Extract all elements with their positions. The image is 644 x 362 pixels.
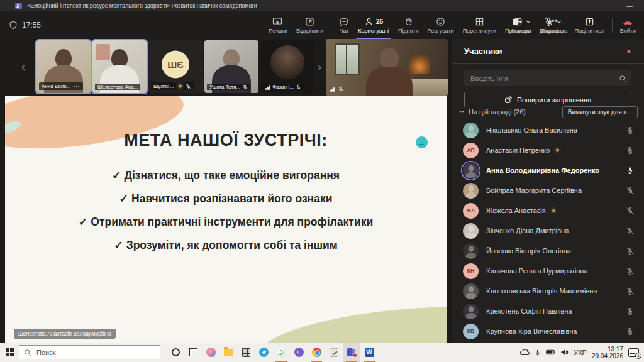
participant-row[interactable]: Йовенко Вікторія Олегівна (452, 241, 644, 261)
camera-icon (512, 18, 523, 26)
taskbar-search-input[interactable] (35, 348, 155, 357)
tray-mic-icon[interactable] (535, 349, 541, 356)
participant-row[interactable]: ЖА Жежела Анастасія (452, 200, 644, 221)
viber-icon[interactable] (290, 343, 308, 362)
photos-app-icon[interactable] (202, 343, 219, 362)
participants-count-badge: 26 (376, 18, 383, 25)
pen-app-icon[interactable] (325, 343, 343, 362)
mic-off-icon (544, 17, 553, 26)
onedrive-cloud-icon[interactable] (519, 349, 530, 356)
participant-row[interactable]: КН Киличова Рената Нурмиратівна (452, 261, 644, 281)
strip-scroll-left-chevron[interactable]: ‹ (21, 60, 25, 74)
close-icon[interactable]: × (623, 45, 635, 58)
mic-on-icon[interactable] (626, 167, 634, 175)
window-minimize-button[interactable]: — (620, 3, 639, 9)
windows-logo-icon (6, 348, 14, 356)
language-indicator[interactable]: УКР (574, 349, 587, 356)
battery-icon[interactable] (546, 349, 555, 355)
slide-bullet: ✓ Дізнатися, що таке емоційне вигорання (75, 169, 377, 182)
raise-hand-button[interactable]: Підняти (394, 11, 423, 39)
signal-icon (265, 85, 270, 90)
toolbar-left: 17:55 (9, 11, 41, 39)
meeting-timer: 17:55 (22, 21, 41, 30)
avatar (463, 123, 479, 138)
taskbar-clock[interactable]: 13:17 29.04.2026 (592, 346, 623, 359)
chat-button[interactable]: Чат (335, 11, 353, 39)
hand-icon (404, 16, 413, 27)
participant-search[interactable] (464, 70, 631, 86)
tile-more-icon[interactable]: ⋯ (74, 83, 80, 90)
background-window (335, 43, 360, 75)
camera-button[interactable]: Камера (507, 11, 535, 39)
video-tile[interactable]: ШЄ Шуляк ... ⋯ (148, 40, 203, 93)
participant-name: Жежела Анастасія (486, 207, 546, 214)
participant-row[interactable]: Бойправ Маргарита Сергіївна (452, 180, 644, 200)
raised-hand-icon (550, 207, 557, 214)
speaker-body (366, 67, 413, 96)
teams-taskbar-icon[interactable] (343, 343, 360, 362)
stage-video-tile[interactable] (326, 39, 448, 96)
people-icon (364, 17, 374, 26)
file-explorer-icon[interactable] (219, 343, 237, 362)
start-share-button[interactable]: Почати (264, 11, 292, 39)
start-button[interactable] (0, 343, 19, 362)
participant-row[interactable]: Клопотовська Вікторія Максимівна (452, 281, 644, 301)
mic-options-chevron[interactable] (557, 20, 562, 23)
mic-off-icon[interactable] (626, 146, 634, 155)
microphone-button[interactable]: Мікрофон (536, 11, 570, 39)
participant-row[interactable]: Зінченко Діана Дмитрівна (452, 221, 644, 241)
participant-row[interactable]: Ніколаєнко Ольга Василівна (452, 120, 644, 140)
telegram-icon[interactable] (255, 343, 272, 362)
participant-name: Анастасія Петренко (486, 146, 550, 154)
leave-button[interactable]: Вийти (616, 11, 640, 39)
participant-name: Бойправ Маргарита Сергіївна (486, 187, 582, 194)
raised-hand-icon (176, 82, 184, 90)
word-icon[interactable]: W (360, 343, 378, 362)
mic-off-icon[interactable] (626, 227, 634, 235)
share-button[interactable]: Поділитися (570, 11, 608, 39)
system-tray: УКР 13:17 29.04.2026 1 (519, 346, 644, 359)
video-tile[interactable]: Ушата Тетя... ⋯ (204, 40, 258, 93)
whatsapp-icon[interactable] (272, 343, 290, 362)
participant-search-input[interactable] (469, 74, 619, 83)
video-tile[interactable]: Анна Воло... ⋯ (36, 40, 91, 93)
mic-off-icon[interactable] (626, 187, 634, 195)
mic-off-icon[interactable] (626, 207, 634, 215)
mic-off-icon[interactable] (626, 287, 634, 295)
participant-row[interactable]: КВ Крупнова Кіра Вячеславівна (452, 321, 644, 341)
slide-title: МЕТА НАШОЇ ЗУСТРІЧІ: (5, 131, 447, 150)
participant-row[interactable]: Крекотень Софія Павлівна (452, 301, 644, 321)
participant-row[interactable]: Анна Володимирівна Федоренко (452, 160, 644, 180)
camera-options-chevron[interactable] (526, 20, 531, 23)
participant-row[interactable]: АП Анастасія Петренко (452, 140, 644, 160)
strip-scroll-right-chevron[interactable]: › (318, 60, 321, 74)
video-tile[interactable]: Фазан І... ⋯ (260, 40, 314, 93)
slide-bullet: ✓ Зрозуміти, як допомогти собі та іншим (75, 239, 377, 251)
participants-button[interactable]: 26 Користувачі (353, 11, 394, 39)
react-button[interactable]: Реагувати (423, 11, 458, 39)
section-label[interactable]: На цій нараді (26) (469, 108, 562, 116)
action-center-icon[interactable]: 1 (628, 348, 639, 357)
panel-header: Учасники × (452, 39, 644, 64)
unpin-button[interactable]: Відкріпити (292, 11, 328, 39)
avatar (463, 183, 479, 199)
participant-name: Йовенко Вікторія Олегівна (486, 247, 571, 255)
task-view-icon[interactable] (184, 343, 202, 362)
video-tile[interactable]: Шелестова Ана... ⋯ (92, 40, 147, 93)
video-thumbnails: Анна Воло... ⋯ Шелестова Ана... ⋯ (36, 40, 314, 93)
mic-off-icon[interactable] (626, 327, 634, 336)
slide-next-arrow-button[interactable]: → (416, 136, 428, 148)
mic-off-icon[interactable] (626, 247, 634, 255)
taskbar-search[interactable] (19, 345, 160, 359)
mic-off-icon[interactable] (626, 307, 634, 315)
chrome-icon[interactable] (308, 343, 325, 362)
cortana-icon[interactable] (167, 343, 184, 362)
calculator-icon[interactable] (237, 343, 255, 362)
mute-all-button[interactable]: Вимкнути звук для в... (562, 106, 638, 118)
mic-off-icon[interactable] (626, 126, 634, 134)
tile-name-label: Фазан І... ⋯ (263, 84, 304, 90)
view-button[interactable]: Переглянути (458, 11, 501, 39)
speaker-icon[interactable] (560, 349, 569, 356)
mic-off-icon[interactable] (626, 267, 634, 275)
chevron-down-icon[interactable] (459, 110, 465, 114)
